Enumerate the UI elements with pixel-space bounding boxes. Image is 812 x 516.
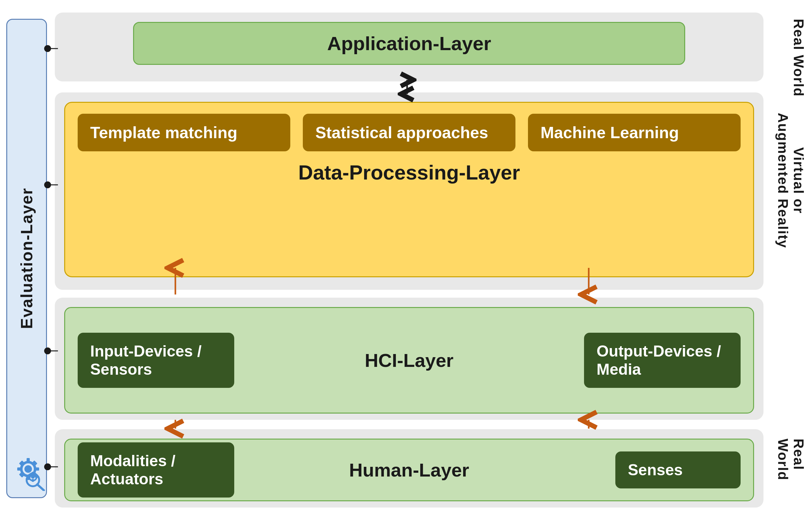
machine-learning-box: Machine Learning — [528, 114, 741, 151]
data-processing-label: Data-Processing-Layer — [78, 161, 741, 184]
real-world-top-section: Application-Layer — [55, 12, 763, 81]
input-devices-label: Input-Devices /Sensors — [90, 343, 202, 378]
svg-rect-26 — [32, 479, 34, 482]
modalities-box: Modalities /Actuators — [78, 442, 234, 497]
senses-box: Senses — [615, 452, 741, 488]
statistical-approaches-box: Statistical approaches — [303, 114, 516, 151]
human-layer-label: Human-Layer — [349, 459, 469, 481]
gear-magnifier-icon — [9, 453, 47, 491]
evaluation-layer-label: Evaluation-Layer — [17, 188, 36, 329]
virtual-ar-label: Virtual orAugmented Reality — [775, 113, 806, 248]
machine-learning-label: Machine Learning — [541, 124, 679, 142]
virtual-ar-section: Template matching Statistical approaches… — [55, 92, 763, 290]
real-world-top-label: Real World — [791, 19, 806, 97]
application-layer-label: Application-Layer — [327, 33, 491, 54]
real-world-top-text: Real World — [791, 19, 806, 97]
svg-rect-15 — [27, 458, 30, 462]
svg-line-30 — [37, 484, 44, 490]
human-inner-box: Modalities /Actuators Human-Layer Senses — [64, 439, 754, 501]
svg-rect-18 — [35, 467, 39, 470]
modalities-label: Modalities /Actuators — [90, 452, 175, 488]
application-layer-box: Application-Layer — [133, 22, 685, 65]
data-processing-box: Template matching Statistical approaches… — [64, 102, 754, 277]
main-diagram: Evaluation-Layer — [0, 0, 812, 516]
human-section: Modalities /Actuators Human-Layer Senses — [55, 429, 763, 508]
output-devices-label: Output-Devices /Media — [597, 343, 721, 378]
input-devices-box: Input-Devices /Sensors — [78, 333, 234, 388]
real-world-bottom-label: Real World — [775, 439, 806, 516]
hci-layer-label: HCI-Layer — [365, 350, 454, 371]
output-devices-box: Output-Devices /Media — [584, 333, 741, 388]
evaluation-layer: Evaluation-Layer — [6, 19, 47, 498]
virtual-ar-text: Virtual orAugmented Reality — [775, 113, 806, 248]
svg-rect-17 — [17, 467, 22, 470]
svg-point-14 — [24, 465, 32, 473]
hci-inner-box: Input-Devices /Sensors HCI-Layer Output-… — [64, 307, 754, 413]
template-matching-label: Template matching — [90, 124, 237, 142]
processing-methods: Template matching Statistical approaches… — [78, 114, 741, 151]
senses-label: Senses — [628, 461, 683, 479]
real-world-bottom-text: Real World — [775, 439, 806, 481]
template-matching-box: Template matching — [78, 114, 290, 151]
hci-section: Input-Devices /Sensors HCI-Layer Output-… — [55, 298, 763, 420]
svg-point-24 — [31, 475, 35, 479]
statistical-approaches-label: Statistical approaches — [315, 124, 488, 142]
